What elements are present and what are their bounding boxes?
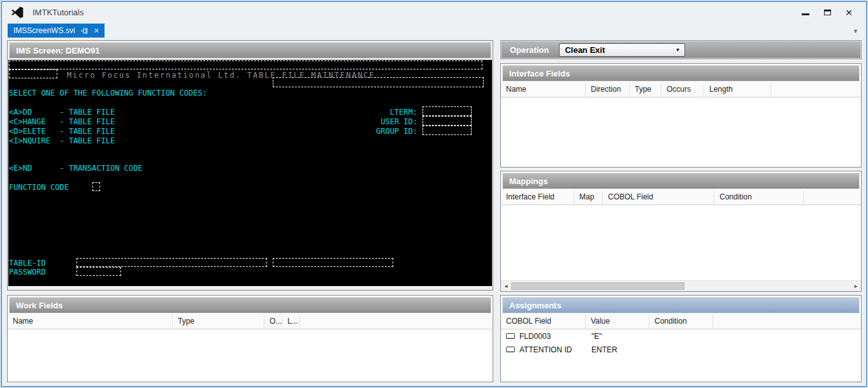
- screen-field[interactable]: [423, 116, 472, 126]
- screen-text: PASSWORD: [9, 268, 46, 277]
- scrollbar-track[interactable]: [684, 282, 851, 290]
- interface-fields-body: [501, 97, 861, 167]
- column-header[interactable]: O...: [264, 315, 282, 329]
- screen-text: USER ID:: [328, 117, 417, 126]
- screen-text: <C>HANGE - TABLE FILE: [9, 117, 115, 126]
- column-header[interactable]: Condition: [714, 190, 804, 205]
- mappings-title: Mappings: [509, 176, 548, 186]
- document-tab-strip: IMSScreenWS.svi ✕ ▼: [2, 23, 866, 38]
- tab-close-icon[interactable]: ✕: [94, 27, 99, 34]
- ims-screen-title: IMS Screen: DEMO91: [16, 46, 100, 55]
- operation-label: Operation: [510, 45, 549, 55]
- titlebar: IMTKTutorials ✕: [2, 2, 866, 23]
- column-header[interactable]: L...: [282, 315, 300, 329]
- combobox-arrow-icon: ▼: [675, 47, 680, 53]
- column-header[interactable]: Type: [630, 83, 662, 97]
- work-fields-header: Work Fields: [9, 297, 491, 313]
- mappings-body: [501, 205, 861, 280]
- ims-screen-header: IMS Screen: DEMO91: [9, 42, 491, 59]
- screen-field[interactable]: [76, 267, 121, 276]
- operation-selected-value: Clean Exit: [565, 45, 605, 55]
- mappings-header: Mappings: [502, 173, 860, 189]
- assignments-header: Assignments: [502, 297, 860, 313]
- pin-icon[interactable]: [80, 27, 89, 35]
- screen-text: <A>DD - TABLE FILE: [9, 108, 115, 117]
- screen-field[interactable]: [423, 126, 472, 135]
- assignments-body: FLD0003"E"ATTENTION IDENTER: [501, 329, 861, 382]
- close-button[interactable]: ✕: [838, 4, 860, 21]
- maximize-icon: [824, 10, 831, 15]
- column-header[interactable]: Occurs: [662, 83, 704, 97]
- window-controls: ✕: [795, 4, 860, 21]
- window-frame: IMTKTutorials ✕ IMSScreenWS.svi ✕ ▼ IMS …: [1, 1, 867, 387]
- column-header-filler: [713, 315, 861, 329]
- screen-text: <E>ND - TRANSACTION CODE: [9, 164, 143, 173]
- assignment-cell-value: "E": [587, 332, 651, 341]
- screen-field[interactable]: [9, 69, 57, 78]
- column-header[interactable]: Map: [574, 190, 603, 205]
- screen-field[interactable]: [423, 106, 472, 116]
- screen-field[interactable]: [76, 258, 267, 267]
- screen-field[interactable]: [9, 61, 482, 69]
- assignment-cell-cobol_field: ATTENTION ID: [519, 345, 587, 354]
- mappings-columns: Interface FieldMapCOBOL FieldCondition: [501, 190, 861, 205]
- operation-combobox[interactable]: Clean Exit ▼: [559, 43, 685, 57]
- tab-imsscreenws[interactable]: IMSScreenWS.svi ✕: [8, 24, 105, 38]
- work-fields-columns: NameTypeO...L...: [8, 315, 493, 329]
- column-header[interactable]: COBOL Field: [501, 315, 586, 329]
- screen-field[interactable]: [92, 182, 100, 191]
- screen-text: SELECT ONE OF THE FOLLOWING FUNCTION COD…: [9, 89, 207, 97]
- scroll-right-arrow-icon[interactable]: ►: [851, 284, 861, 289]
- work-fields-body: [8, 329, 493, 382]
- ims-screen-panel: IMS Screen: DEMO91 Micro Focus Internati…: [7, 40, 493, 291]
- screen-text: LTERM:: [328, 108, 417, 117]
- window-title: IMTKTutorials: [33, 8, 83, 17]
- scroll-left-arrow-icon[interactable]: ◄: [501, 284, 511, 289]
- mappings-horizontal-scrollbar[interactable]: ◄ ►: [501, 280, 861, 291]
- screen-text: FUNCTION CODE: [9, 183, 69, 192]
- operation-bar: Operation Clean Exit ▼: [500, 40, 862, 59]
- work-fields-title: Work Fields: [16, 301, 62, 310]
- column-header[interactable]: Direction: [586, 83, 630, 97]
- screen-text: GROUP ID:: [328, 127, 417, 136]
- column-header[interactable]: Interface Field: [501, 190, 574, 205]
- assignments-title: Assignments: [509, 301, 561, 310]
- right-column: Operation Clean Exit ▼ Interface Fields …: [500, 40, 862, 382]
- close-icon: ✕: [845, 8, 853, 17]
- screen-text: Micro Focus International Ltd. TABLE FIL…: [67, 71, 375, 80]
- column-header-filler: [771, 83, 861, 97]
- column-header[interactable]: Name: [8, 315, 173, 329]
- assignment-cell-cobol_field: FLD0003: [519, 332, 587, 341]
- assignment-icon: [506, 333, 515, 339]
- visual-studio-logo-icon: [11, 6, 25, 20]
- work-fields-panel: Work Fields NameTypeO...L...: [7, 295, 493, 382]
- scrollbar-thumb[interactable]: [511, 282, 684, 290]
- minimize-button[interactable]: [795, 4, 816, 21]
- terminal-screen[interactable]: Micro Focus International Ltd. TABLE FIL…: [8, 60, 492, 286]
- interface-fields-panel: Interface Fields NameDirectionTypeOccurs…: [500, 63, 862, 168]
- tab-label: IMSScreenWS.svi: [13, 26, 75, 35]
- screen-field[interactable]: [273, 258, 393, 267]
- screen-text: <I>NQUIRE - TABLE FILE: [9, 136, 115, 145]
- assignment-icon: [506, 347, 515, 352]
- column-header[interactable]: Condition: [649, 315, 713, 329]
- column-header-filler: [804, 190, 861, 205]
- assignment-row[interactable]: FLD0003"E": [501, 329, 861, 343]
- tab-overflow-chevron-icon[interactable]: ▼: [853, 28, 858, 34]
- interface-fields-header: Interface Fields: [502, 65, 860, 82]
- column-header[interactable]: Value: [586, 315, 649, 329]
- interface-fields-columns: NameDirectionTypeOccursLength: [501, 83, 861, 97]
- left-column: IMS Screen: DEMO91 Micro Focus Internati…: [7, 40, 493, 382]
- column-header[interactable]: COBOL Field: [603, 190, 714, 205]
- assignments-columns: COBOL FieldValueCondition: [501, 315, 861, 329]
- main-area: IMS Screen: DEMO91 Micro Focus Internati…: [2, 38, 866, 386]
- interface-fields-title: Interface Fields: [509, 69, 570, 78]
- assignment-row[interactable]: ATTENTION IDENTER: [501, 343, 861, 356]
- maximize-button[interactable]: [816, 4, 838, 21]
- column-header[interactable]: Type: [173, 315, 264, 329]
- assignment-cell-value: ENTER: [587, 345, 651, 354]
- minimize-icon: [802, 13, 809, 15]
- column-header[interactable]: Length: [704, 83, 771, 97]
- column-header[interactable]: Name: [501, 83, 586, 97]
- column-header-filler: [300, 315, 493, 329]
